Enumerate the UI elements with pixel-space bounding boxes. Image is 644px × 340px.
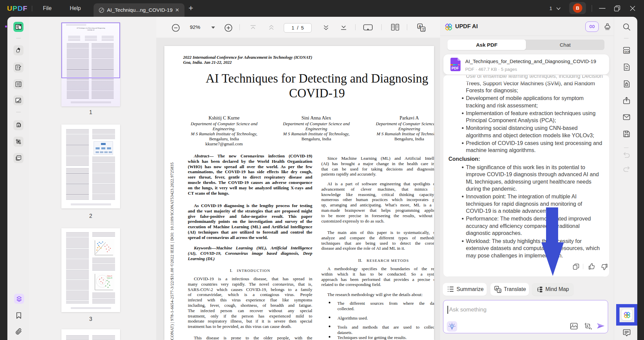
svg-text:OCR: OCR: [625, 50, 630, 53]
svg-text:PDF: PDF: [451, 66, 459, 70]
svg-text:Class A: Class A: [107, 275, 112, 277]
svg-text:文: 文: [422, 28, 425, 31]
svg-text:文: 文: [498, 289, 501, 293]
svg-text:Class B: Class B: [107, 277, 112, 279]
